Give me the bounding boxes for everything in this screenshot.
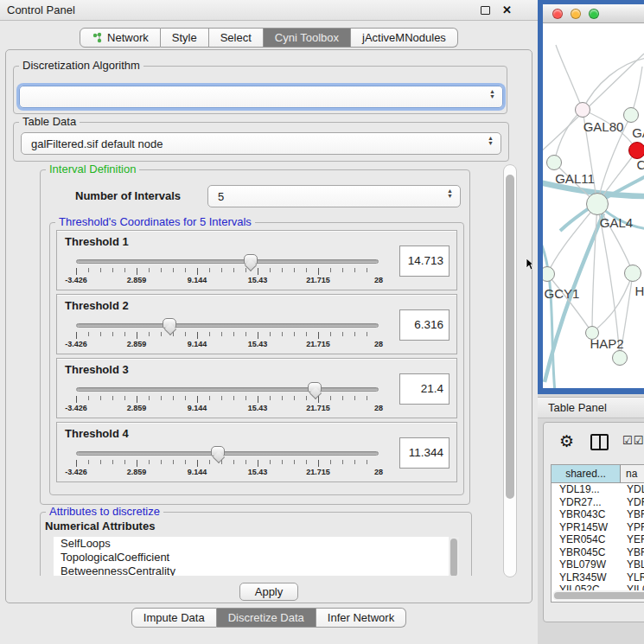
network-canvas[interactable]: GAL80GACGAL11GAL4GCY1HHAP2 bbox=[543, 23, 644, 388]
tab-cyni-toolbox[interactable]: Cyni Toolbox bbox=[264, 28, 351, 48]
close-traffic-light-icon[interactable] bbox=[552, 9, 563, 19]
list-item[interactable]: TopologicalCoefficient bbox=[54, 551, 459, 564]
apply-button[interactable]: Apply bbox=[239, 583, 298, 601]
tab-impute-data-label: Impute Data bbox=[143, 611, 205, 624]
tab-discretize-data[interactable]: Discretize Data bbox=[217, 608, 316, 628]
tab-discretize-data-label: Discretize Data bbox=[228, 611, 304, 624]
split-columns-icon[interactable] bbox=[590, 434, 609, 450]
attributes-group-title: Attributes to discretize bbox=[46, 505, 163, 519]
network-window-titlebar bbox=[543, 4, 644, 23]
settings-scrollbar[interactable] bbox=[503, 164, 517, 577]
network-node-label: GAL11 bbox=[555, 171, 595, 186]
network-view-window: GAL80GACGAL11GAL4GCY1HHAP2 bbox=[538, 0, 644, 394]
attributes-group: Attributes to discretize Numerical Attri… bbox=[40, 512, 472, 576]
zoom-traffic-light-icon[interactable] bbox=[589, 9, 599, 19]
table-horizontal-scrollbar[interactable] bbox=[552, 590, 644, 601]
network-node[interactable] bbox=[624, 265, 641, 282]
table-panel-body: ⚙ ☑☑ shared... na YDL19...YDL1 YDR27...Y… bbox=[543, 422, 644, 622]
column-header-name[interactable]: na bbox=[621, 465, 644, 482]
slider-tick-labels: -3.426 2.859 9.144 15.43 21.715 28 bbox=[76, 340, 379, 350]
threshold-slider[interactable]: -3.426 2.859 9.144 15.43 21.715 28 bbox=[76, 445, 379, 480]
threshold-slider[interactable]: -3.426 2.859 9.144 15.43 21.715 28 bbox=[76, 381, 379, 416]
network-node[interactable] bbox=[586, 193, 609, 215]
numerical-attributes-list[interactable]: SelfLoops TopologicalCoefficient Between… bbox=[54, 537, 459, 576]
tab-style[interactable]: Style bbox=[161, 28, 209, 48]
stepper-icon: ▲▼ bbox=[489, 89, 495, 99]
threshold-slider[interactable]: -3.426 2.859 9.144 15.43 21.715 28 bbox=[76, 317, 379, 352]
threshold-label: Threshold 4 bbox=[65, 427, 129, 440]
list-scrollbar[interactable] bbox=[449, 537, 459, 576]
scrollbar-thumb[interactable] bbox=[506, 175, 514, 499]
network-node[interactable] bbox=[612, 350, 628, 366]
tab-jactivemnodules[interactable]: jActiveMNodules bbox=[351, 28, 458, 48]
slider-track[interactable] bbox=[76, 259, 379, 264]
tab-network-label: Network bbox=[107, 31, 149, 44]
network-node-label: H bbox=[635, 284, 644, 298]
bottom-tab-bar: Impute Data Discretize Data Infer Networ… bbox=[0, 608, 538, 628]
table-panel-title: Table Panel bbox=[548, 401, 607, 414]
table-row[interactable]: YBL079WYBL0 bbox=[552, 558, 644, 571]
threshold-panel: Threshold 2 -3.426 2.859 9.144 15.43 21.… bbox=[56, 294, 457, 354]
algorithm-combobox[interactable]: ▲▼ bbox=[19, 86, 503, 108]
table-header-row: shared... na bbox=[552, 465, 644, 483]
network-node[interactable] bbox=[623, 107, 639, 123]
tab-infer-network[interactable]: Infer Network bbox=[316, 608, 406, 628]
table-row[interactable]: YDL19...YDL1 bbox=[552, 483, 644, 496]
slider-thumb[interactable] bbox=[163, 318, 176, 328]
network-view-inner: GAL80GACGAL11GAL4GCY1HHAP2 bbox=[543, 4, 644, 388]
slider-ticks bbox=[76, 396, 379, 403]
slider-thumb[interactable] bbox=[308, 382, 322, 392]
slider-thumb[interactable] bbox=[211, 446, 225, 456]
threshold-value-field[interactable]: 14.713 bbox=[399, 245, 450, 277]
list-item[interactable]: BetweennessCentrality bbox=[54, 564, 459, 576]
table-row[interactable]: YBR045CYBR0 bbox=[552, 546, 644, 559]
threshold-panel: Threshold 1 -3.426 2.859 9.144 15.43 21.… bbox=[56, 230, 457, 290]
threshold-value-field[interactable]: 21.4 bbox=[399, 373, 450, 405]
list-item[interactable]: SelfLoops bbox=[54, 537, 459, 551]
table-row[interactable]: YBR043CYBR0 bbox=[552, 508, 644, 521]
interval-definition-group: Interval Definition Number of Intervals … bbox=[40, 169, 470, 505]
mouse-cursor bbox=[526, 258, 534, 271]
float-window-icon[interactable] bbox=[481, 6, 490, 15]
right-column: GAL80GACGAL11GAL4GCY1HHAP2 Table Panel ⚙… bbox=[538, 0, 644, 644]
threshold-value-field[interactable]: 11.344 bbox=[399, 437, 450, 469]
close-icon[interactable]: ✕ bbox=[502, 3, 512, 16]
tab-select-label: Select bbox=[220, 31, 252, 44]
gear-icon[interactable]: ⚙ bbox=[559, 431, 574, 451]
slider-track[interactable] bbox=[76, 387, 379, 392]
tab-infer-network-label: Infer Network bbox=[328, 611, 394, 624]
checkbox-icons[interactable]: ☑☑ bbox=[622, 434, 644, 447]
interval-definition-title: Interval Definition bbox=[46, 164, 139, 176]
threshold-value-field[interactable]: 6.316 bbox=[399, 309, 450, 341]
minimize-traffic-light-icon[interactable] bbox=[571, 9, 581, 19]
network-node[interactable] bbox=[575, 102, 590, 118]
num-intervals-combobox[interactable]: 5 ▲▼ bbox=[207, 185, 461, 207]
algorithm-group: Discretization Algorithm ▲▼ bbox=[13, 66, 507, 114]
column-header-shared-name[interactable]: shared... bbox=[552, 465, 621, 482]
num-intervals-label: Number of Intervals bbox=[75, 189, 181, 202]
network-node-label: GCY1 bbox=[545, 286, 580, 301]
table-row[interactable]: YPR145WYPR1 bbox=[552, 521, 644, 534]
slider-ticks bbox=[76, 332, 379, 339]
threshold-slider[interactable]: -3.426 2.859 9.144 15.43 21.715 28 bbox=[76, 253, 379, 288]
table-row[interactable]: YDR27...YDR2 bbox=[552, 496, 644, 509]
algorithm-group-title: Discretization Algorithm bbox=[19, 59, 143, 73]
table-data-combobox[interactable]: galFiltered.sif default node ▲▼ bbox=[21, 132, 501, 155]
numerical-attributes-label: Numerical Attributes bbox=[45, 520, 155, 532]
table-data-value: galFiltered.sif default node bbox=[31, 137, 163, 150]
slider-track[interactable] bbox=[76, 323, 379, 328]
network-node-label: C bbox=[637, 157, 644, 172]
slider-thumb[interactable] bbox=[244, 254, 258, 265]
tab-impute-data[interactable]: Impute Data bbox=[131, 608, 217, 628]
slider-track[interactable] bbox=[76, 451, 379, 456]
network-node-label: GAL4 bbox=[600, 215, 633, 230]
table-row[interactable]: YER054CYER0 bbox=[552, 533, 644, 546]
threshold-panel: Threshold 4 -3.426 2.859 9.144 15.43 21.… bbox=[56, 422, 457, 482]
table-row[interactable]: YLR345WYLR3 bbox=[552, 571, 644, 584]
tab-select[interactable]: Select bbox=[209, 28, 264, 48]
network-node[interactable] bbox=[546, 155, 562, 170]
threshold-panel: Threshold 3 -3.426 2.859 9.144 15.43 21.… bbox=[56, 358, 457, 418]
tab-network[interactable]: Network bbox=[80, 28, 161, 48]
scrollbar-thumb[interactable] bbox=[554, 592, 644, 599]
control-panel-titlebar: Control Panel ✕ bbox=[0, 0, 538, 21]
